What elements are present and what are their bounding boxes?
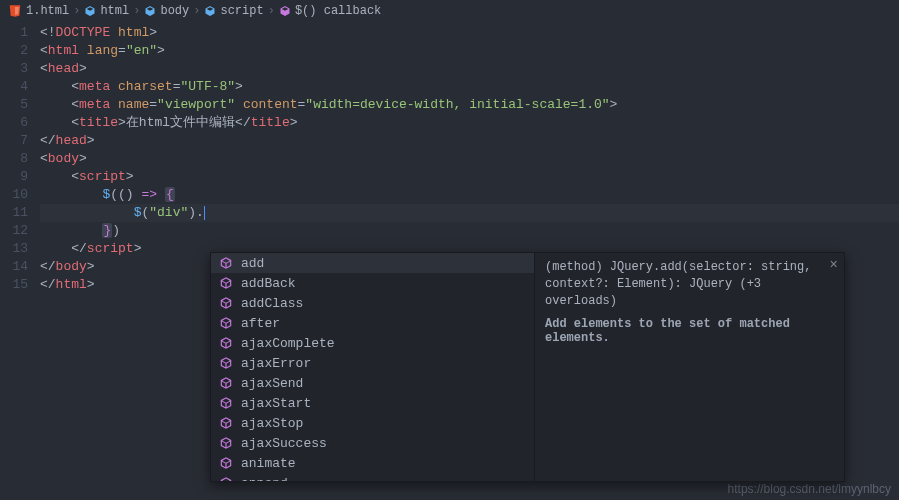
suggest-item[interactable]: ajaxError bbox=[211, 353, 534, 373]
crumb-callback[interactable]: $() callback bbox=[279, 4, 381, 18]
suggest-label: add bbox=[241, 256, 264, 271]
suggest-label: ajaxSend bbox=[241, 376, 303, 391]
autocomplete-popup: addaddBackaddClassafterajaxCompleteajaxE… bbox=[210, 252, 845, 482]
suggest-label: ajaxError bbox=[241, 356, 311, 371]
line-number: 14 bbox=[0, 258, 40, 276]
suggest-label: ajaxStop bbox=[241, 416, 303, 431]
suggest-item[interactable]: addBack bbox=[211, 273, 534, 293]
line-number: 11 bbox=[0, 204, 40, 222]
code-line[interactable]: <title>在html文件中编辑</title> bbox=[40, 114, 899, 132]
suggest-label: animate bbox=[241, 456, 296, 471]
doc-signature: (method) JQuery.add(selector: string, co… bbox=[545, 259, 834, 309]
method-icon bbox=[219, 356, 233, 370]
crumb-script[interactable]: script bbox=[204, 4, 263, 18]
suggest-item[interactable]: after bbox=[211, 313, 534, 333]
method-icon bbox=[219, 416, 233, 430]
crumb-file[interactable]: 1.html bbox=[8, 4, 69, 18]
line-number: 8 bbox=[0, 150, 40, 168]
suggest-item[interactable]: ajaxSuccess bbox=[211, 433, 534, 453]
cube-icon bbox=[204, 5, 216, 17]
cube-icon bbox=[279, 5, 291, 17]
line-number: 13 bbox=[0, 240, 40, 258]
code-line[interactable]: <script> bbox=[40, 168, 899, 186]
code-line[interactable]: </head> bbox=[40, 132, 899, 150]
line-gutter: 123456789101112131415 bbox=[0, 22, 40, 478]
line-number: 3 bbox=[0, 60, 40, 78]
crumb-label: html bbox=[100, 4, 129, 18]
suggest-label: addBack bbox=[241, 276, 296, 291]
code-line[interactable]: }) bbox=[40, 222, 899, 240]
suggest-item[interactable]: append bbox=[211, 473, 534, 482]
method-icon bbox=[219, 276, 233, 290]
crumb-label: $() callback bbox=[295, 4, 381, 18]
code-line[interactable]: <meta name="viewport" content="width=dev… bbox=[40, 96, 899, 114]
method-icon bbox=[219, 476, 233, 482]
suggest-item[interactable]: add bbox=[211, 253, 534, 273]
code-line[interactable]: <html lang="en"> bbox=[40, 42, 899, 60]
html-file-icon bbox=[8, 4, 22, 18]
suggest-label: addClass bbox=[241, 296, 303, 311]
method-icon bbox=[219, 436, 233, 450]
method-icon bbox=[219, 256, 233, 270]
code-line[interactable]: <body> bbox=[40, 150, 899, 168]
line-number: 2 bbox=[0, 42, 40, 60]
line-number: 7 bbox=[0, 132, 40, 150]
cube-icon bbox=[144, 5, 156, 17]
method-icon bbox=[219, 296, 233, 310]
line-number: 9 bbox=[0, 168, 40, 186]
line-number: 5 bbox=[0, 96, 40, 114]
line-number: 4 bbox=[0, 78, 40, 96]
code-line[interactable]: <meta charset="UTF-8"> bbox=[40, 78, 899, 96]
method-icon bbox=[219, 456, 233, 470]
line-number: 1 bbox=[0, 24, 40, 42]
code-line[interactable]: $(() => { bbox=[40, 186, 899, 204]
suggest-label: ajaxStart bbox=[241, 396, 311, 411]
line-number: 6 bbox=[0, 114, 40, 132]
line-number: 10 bbox=[0, 186, 40, 204]
code-line[interactable]: <head> bbox=[40, 60, 899, 78]
chevron-right-icon: › bbox=[268, 4, 275, 18]
crumb-body[interactable]: body bbox=[144, 4, 189, 18]
crumb-label: 1.html bbox=[26, 4, 69, 18]
chevron-right-icon: › bbox=[193, 4, 200, 18]
method-icon bbox=[219, 376, 233, 390]
method-icon bbox=[219, 336, 233, 350]
suggest-label: append bbox=[241, 476, 288, 483]
suggest-item[interactable]: ajaxStop bbox=[211, 413, 534, 433]
breadcrumb: 1.html › html › body › script › $() call… bbox=[0, 0, 899, 22]
suggest-doc: × (method) JQuery.add(selector: string, … bbox=[535, 252, 845, 482]
suggest-item[interactable]: addClass bbox=[211, 293, 534, 313]
method-icon bbox=[219, 316, 233, 330]
crumb-label: script bbox=[220, 4, 263, 18]
crumb-label: body bbox=[160, 4, 189, 18]
suggest-list[interactable]: addaddBackaddClassafterajaxCompleteajaxE… bbox=[210, 252, 535, 482]
chevron-right-icon: › bbox=[73, 4, 80, 18]
method-icon bbox=[219, 396, 233, 410]
crumb-html[interactable]: html bbox=[84, 4, 129, 18]
code-line[interactable]: <!DOCTYPE html> bbox=[40, 24, 899, 42]
cube-icon bbox=[84, 5, 96, 17]
suggest-item[interactable]: animate bbox=[211, 453, 534, 473]
suggest-item[interactable]: ajaxSend bbox=[211, 373, 534, 393]
suggest-label: ajaxSuccess bbox=[241, 436, 327, 451]
watermark: https://blog.csdn.net/lmyynlbcy bbox=[728, 482, 891, 496]
suggest-item[interactable]: ajaxStart bbox=[211, 393, 534, 413]
doc-description: Add elements to the set of matched eleme… bbox=[545, 317, 834, 345]
chevron-right-icon: › bbox=[133, 4, 140, 18]
close-icon[interactable]: × bbox=[830, 257, 838, 273]
line-number: 15 bbox=[0, 276, 40, 294]
suggest-label: after bbox=[241, 316, 280, 331]
line-number: 12 bbox=[0, 222, 40, 240]
suggest-item[interactable]: ajaxComplete bbox=[211, 333, 534, 353]
code-line[interactable]: $("div"). bbox=[40, 204, 899, 222]
suggest-label: ajaxComplete bbox=[241, 336, 335, 351]
